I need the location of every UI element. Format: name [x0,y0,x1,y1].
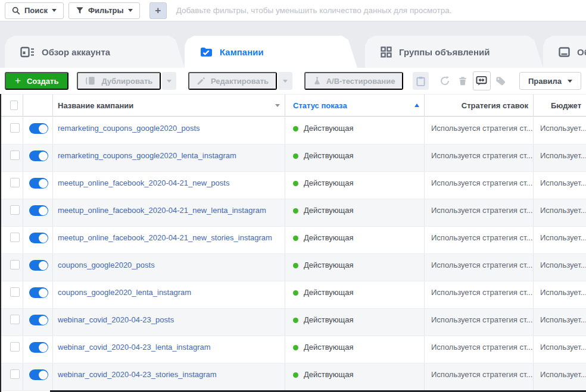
edit-dropdown-button[interactable] [278,72,292,90]
campaign-name-cell: remarketing_coupons_google2020_posts [53,117,285,144]
budget-cell: Использует... [534,281,586,308]
table-header: Название кампании Статус показа Стратеги… [0,94,586,117]
toggle-column-header [23,95,53,116]
row-select-cell [0,281,23,308]
create-button[interactable]: + Создать [5,72,68,90]
bid-strategy-cell: Используется стратегия ст... [425,281,534,308]
campaign-name-link[interactable]: webinar_covid_2020-04-23_lenta_instagram [58,343,211,352]
duplicate-button[interactable]: Дублировать [77,72,161,90]
row-checkbox[interactable] [10,123,20,133]
tag-icon [495,76,506,86]
campaign-name-link[interactable]: coupons_google2020_lenta_instagram [58,288,191,297]
row-checkbox[interactable] [10,369,20,379]
ads-icon [559,47,570,57]
pencil-icon [197,76,206,86]
column-header-budget[interactable]: Бюджет [534,95,586,116]
campaign-name-link[interactable]: webinar_covid_2020-04-23_stories_instagr… [58,370,217,379]
campaign-name-cell: coupons_google2020_posts [53,254,285,281]
table-row: coupons_google2020_posts Действующая Исп… [0,254,586,281]
campaign-active-toggle[interactable] [29,315,48,325]
name-header-label: Название кампании [58,101,133,110]
status-text: Действующая [304,178,354,187]
row-checkbox[interactable] [10,205,20,215]
flask-icon [313,76,322,86]
delivery-status-cell: Действующая [285,199,425,226]
tab-ad-sets[interactable]: Группы объявлений [365,36,543,68]
row-checkbox[interactable] [10,150,20,160]
rules-button[interactable]: Правила [519,72,581,90]
duplicate-dropdown-button[interactable] [162,72,176,90]
column-header-name[interactable]: Название кампании [53,95,285,116]
delete-button[interactable] [455,72,470,90]
tags-button[interactable] [493,72,509,90]
row-checkbox[interactable] [10,178,20,187]
row-toggle-cell [23,145,53,171]
tab-ads[interactable]: Объявления [543,36,586,68]
campaign-active-toggle[interactable] [29,123,48,134]
strategy-header-label: Стратегия ставок [462,101,528,110]
row-select-cell [0,172,23,199]
clipboard-button[interactable] [413,72,428,90]
search-button[interactable]: Поиск [5,2,64,19]
delivery-status-cell: Действующая [285,117,425,144]
campaign-name-cell: coupons_google2020_lenta_instagram [53,281,285,308]
column-header-strategy[interactable]: Стратегия ставок [425,95,534,116]
table-row: remarketing_coupons_google2020_lenta_ins… [0,145,586,172]
edit-label: Редактировать [211,77,269,86]
delivery-status-cell: Действующая [285,254,425,281]
rules-label: Правила [528,77,562,86]
ab-test-button[interactable]: A/B-тестирование [304,72,404,90]
row-checkbox[interactable] [10,342,20,352]
edit-placements-button[interactable] [473,71,491,90]
campaign-name-link[interactable]: meetup_online_facebook_2020-04-21_new_st… [58,233,272,242]
filters-button[interactable]: Фильтры [68,2,140,19]
edit-button[interactable]: Редактировать [188,72,277,90]
campaign-active-toggle[interactable] [29,205,48,216]
campaign-active-toggle[interactable] [29,287,48,298]
select-all-checkbox[interactable] [10,101,18,110]
table-row: meetup_online_facebook_2020-04-21_new_st… [0,227,586,254]
campaign-name-cell: webinar_covid_2020-04-23_stories_instagr… [53,363,285,390]
sort-ascending-icon [414,104,419,107]
campaign-name-link[interactable]: remarketing_coupons_google2020_lenta_ins… [58,151,236,160]
budget-cell: Использует... [534,309,586,335]
clipboard-icon [416,76,425,86]
filters-label: Фильтры [88,6,124,15]
bid-strategy-cell: Используется стратегия ст... [425,227,534,253]
search-label: Поиск [24,6,48,15]
ads-manager-app: Поиск Фильтры + Добавьте фильтры, чтобы … [0,0,586,392]
row-toggle-cell [23,199,53,226]
row-toggle-cell [23,363,53,390]
tab-campaigns[interactable]: Кампании [185,36,357,68]
chevron-down-icon [128,9,133,12]
campaign-active-toggle[interactable] [29,260,48,271]
campaign-name-cell: meetup_online_facebook_2020-04-21_new_st… [53,227,285,253]
campaign-active-toggle[interactable] [29,233,48,243]
bid-strategy-cell: Используется стратегия ст... [425,172,534,199]
chevron-down-icon [283,80,288,83]
campaign-active-toggle[interactable] [29,369,48,380]
campaign-active-toggle[interactable] [29,342,48,353]
row-checkbox[interactable] [10,315,20,324]
campaign-name-link[interactable]: meetup_online_facebook_2020-04-21_new_le… [58,206,266,215]
row-checkbox[interactable] [10,260,20,269]
campaign-active-toggle[interactable] [29,150,48,161]
status-active-dot [293,372,298,378]
trash-icon [458,76,467,86]
row-toggle-cell [23,172,53,199]
column-header-status[interactable]: Статус показа [285,95,425,116]
campaign-name-link[interactable]: coupons_google2020_posts [58,261,155,269]
status-active-dot [293,153,298,159]
row-checkbox[interactable] [10,287,20,297]
add-filter-button[interactable]: + [149,2,167,19]
chevron-down-icon[interactable] [275,104,280,107]
campaign-name-link[interactable]: meetup_online_facebook_2020-04-21_new_po… [58,178,229,187]
campaign-active-toggle[interactable] [29,178,48,189]
status-text: Действующая [304,206,354,215]
ab-test-label: A/B-тестирование [326,77,395,86]
tab-account-overview[interactable]: Обзор аккаунта [5,36,185,68]
campaign-name-link[interactable]: remarketing_coupons_google2020_posts [58,124,200,133]
refresh-button[interactable] [437,72,453,90]
campaign-name-link[interactable]: webinar_covid_2020-04-23_posts [58,315,174,324]
row-checkbox[interactable] [10,233,20,242]
